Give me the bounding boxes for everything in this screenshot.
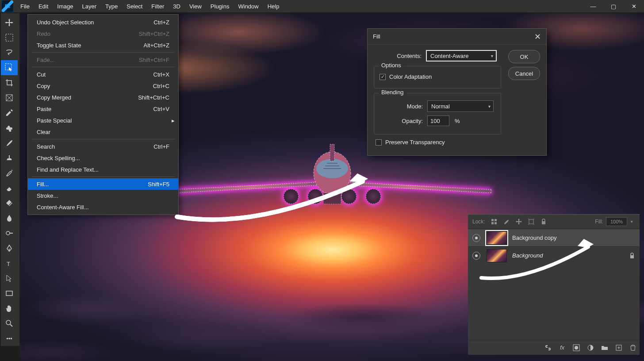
- menu-plugins[interactable]: Plugins: [206, 1, 234, 12]
- blur-tool[interactable]: [1, 211, 18, 226]
- object-selection-tool[interactable]: [1, 60, 18, 75]
- color-adaptation-checkbox[interactable]: [380, 74, 386, 80]
- link-layers-icon[interactable]: [544, 344, 552, 352]
- edit-menu-item[interactable]: Paste Special: [28, 115, 178, 126]
- eyedropper-tool[interactable]: [1, 105, 18, 120]
- layer-thumbnail[interactable]: [487, 249, 507, 262]
- menu-layer[interactable]: Layer: [78, 1, 101, 12]
- menu-3d[interactable]: 3D: [169, 1, 185, 12]
- edit-menu-item[interactable]: Find and Replace Text...: [28, 164, 178, 175]
- rectangle-tool[interactable]: [1, 286, 18, 301]
- svg-rect-15: [491, 222, 494, 224]
- lock-all-icon[interactable]: [539, 217, 548, 227]
- edit-toolbar[interactable]: •••: [1, 331, 18, 346]
- menu-view[interactable]: View: [185, 1, 206, 12]
- marquee-tool[interactable]: [1, 30, 18, 45]
- menu-edit[interactable]: Edit: [34, 1, 53, 12]
- menu-filter[interactable]: Filter: [147, 1, 169, 12]
- hand-tool[interactable]: [1, 301, 18, 316]
- dodge-tool[interactable]: [1, 226, 18, 241]
- eraser-tool[interactable]: [1, 180, 18, 196]
- contents-label: Contents:: [395, 53, 422, 59]
- edit-menu-item: Fade...Shift+Ctrl+F: [28, 54, 178, 65]
- svg-rect-7: [6, 291, 12, 296]
- fill-opacity-field[interactable]: 100%: [606, 217, 627, 226]
- edit-menu-item[interactable]: SearchCtrl+F: [28, 141, 178, 152]
- layer-thumbnail[interactable]: [487, 231, 507, 245]
- options-legend: Options: [379, 62, 404, 69]
- path-selection-tool[interactable]: [1, 271, 18, 286]
- edit-menu-item[interactable]: Undo Object SelectionCtrl+Z: [28, 16, 178, 28]
- dialog-title: Fill: [373, 33, 380, 40]
- app-logo: Ps: [2, 0, 13, 12]
- mode-label: Mode:: [401, 103, 423, 110]
- layer-row[interactable]: Background copy: [468, 229, 640, 246]
- menu-file[interactable]: File: [16, 1, 34, 12]
- adjustment-layer-icon[interactable]: [586, 344, 594, 352]
- window-minimize[interactable]: —: [583, 0, 603, 12]
- blending-legend: Blending: [379, 89, 406, 96]
- lock-pixels-icon[interactable]: [489, 217, 499, 227]
- layer-name[interactable]: Background copy: [512, 234, 635, 241]
- mode-select[interactable]: Normal: [427, 100, 494, 112]
- edit-menu-item[interactable]: Fill...Shift+F5: [28, 178, 178, 190]
- crop-tool[interactable]: [1, 75, 18, 90]
- clone-stamp-tool[interactable]: [1, 150, 18, 165]
- layer-row[interactable]: Background: [468, 246, 640, 264]
- history-brush-tool[interactable]: [1, 165, 18, 180]
- opacity-suffix: %: [455, 118, 460, 124]
- preserve-transparency-label: Preserve Transparency: [385, 139, 445, 146]
- new-layer-icon[interactable]: [615, 344, 623, 352]
- edit-menu-item[interactable]: PasteCtrl+V: [28, 103, 178, 115]
- pen-tool[interactable]: [1, 241, 18, 256]
- svg-rect-18: [542, 221, 545, 224]
- layer-fx-icon[interactable]: fx: [558, 344, 566, 352]
- opacity-input[interactable]: [427, 115, 449, 126]
- window-maximize[interactable]: ▢: [603, 0, 624, 12]
- lock-position-icon[interactable]: [514, 217, 524, 227]
- edit-menu-item[interactable]: CopyCtrl+C: [28, 80, 178, 92]
- edit-menu-item[interactable]: CutCtrl+X: [28, 69, 178, 80]
- menu-type[interactable]: Type: [101, 1, 122, 12]
- preserve-transparency-checkbox[interactable]: [376, 139, 382, 146]
- visibility-toggle-icon[interactable]: [472, 252, 480, 260]
- zoom-tool[interactable]: [1, 316, 18, 331]
- delete-layer-icon[interactable]: [629, 344, 637, 352]
- edit-dropdown-menu: Undo Object SelectionCtrl+ZRedoShift+Ctr…: [27, 14, 179, 215]
- brush-tool[interactable]: [1, 135, 18, 150]
- healing-brush-tool[interactable]: [1, 120, 18, 135]
- move-tool[interactable]: [1, 15, 18, 30]
- frame-tool[interactable]: [1, 90, 18, 105]
- menu-help[interactable]: Help: [263, 1, 284, 12]
- svg-rect-16: [494, 222, 497, 224]
- menu-select[interactable]: Select: [122, 1, 147, 12]
- svg-rect-14: [494, 219, 497, 221]
- lock-artboard-icon[interactable]: [526, 217, 536, 227]
- lasso-tool[interactable]: [1, 45, 18, 60]
- edit-menu-item[interactable]: Clear: [28, 126, 178, 138]
- add-mask-icon[interactable]: [572, 344, 580, 352]
- type-tool[interactable]: T: [1, 256, 18, 271]
- visibility-toggle-icon[interactable]: [472, 234, 480, 242]
- fill-label: Fill:: [595, 219, 603, 225]
- svg-rect-12: [323, 193, 341, 204]
- dialog-close-icon[interactable]: ✕: [534, 32, 541, 42]
- new-group-icon[interactable]: [601, 344, 609, 352]
- toolbar: T •••: [1, 13, 19, 346]
- window-close[interactable]: ✕: [624, 0, 644, 12]
- edit-menu-item[interactable]: Toggle Last StateAlt+Ctrl+Z: [28, 39, 178, 51]
- ok-button[interactable]: OK: [508, 50, 540, 63]
- layer-name[interactable]: Background: [512, 252, 629, 259]
- edit-menu-item[interactable]: Copy MergedShift+Ctrl+C: [28, 92, 178, 103]
- gradient-tool[interactable]: [1, 196, 18, 211]
- contents-select[interactable]: Content-Aware: [426, 50, 497, 61]
- opacity-label: Opacity:: [396, 118, 423, 124]
- lock-brush-icon[interactable]: [502, 217, 511, 227]
- cancel-button[interactable]: Cancel: [508, 67, 540, 80]
- menu-image[interactable]: Image: [53, 1, 77, 12]
- menu-window[interactable]: Window: [234, 1, 263, 12]
- edit-menu-item[interactable]: Check Spelling...: [28, 152, 178, 164]
- edit-menu-item[interactable]: Content-Aware Fill...: [28, 201, 178, 213]
- edit-menu-item[interactable]: Stroke...: [28, 190, 178, 201]
- color-adaptation-label: Color Adaptation: [389, 73, 432, 80]
